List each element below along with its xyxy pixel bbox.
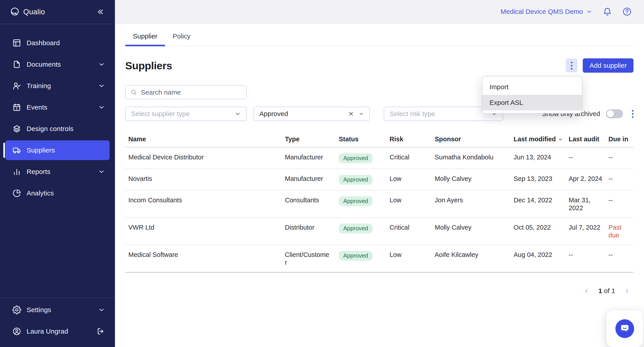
document-icon [12, 60, 21, 69]
tab-label: Supplier [133, 32, 158, 40]
content: Supplier Policy Suppliers Add supplier [115, 24, 644, 295]
tabs: Supplier Policy [125, 24, 634, 46]
table-options-button[interactable] [632, 110, 634, 118]
cell-sponsor: Jon Ayers [432, 190, 510, 218]
cell-sponsor: Sumatha Kondabolu [432, 147, 510, 169]
cell-name: VWR Ltd [125, 218, 282, 245]
sidebar-item-training[interactable]: Training [5, 76, 110, 96]
status-badge: Approved [339, 251, 372, 261]
column-header-type[interactable]: Type [282, 133, 336, 147]
cell-status: Approved [336, 245, 386, 272]
more-actions-button[interactable] [566, 58, 577, 72]
chevron-down-icon [98, 168, 105, 175]
sidebar-item-dashboard[interactable]: Dashboard [5, 33, 110, 53]
cell-last-modified: Aug 04, 2022 [510, 245, 566, 272]
menu-item-export-asl[interactable]: Export ASL [482, 95, 582, 110]
qualio-logo-icon [10, 7, 20, 17]
archived-toggle[interactable] [606, 109, 623, 118]
sidebar-nav: Dashboard Documents Training [0, 24, 115, 298]
current-page: 1 [598, 287, 602, 294]
cell-due-in: -- [605, 190, 634, 218]
pie-chart-icon [12, 189, 21, 198]
bar-chart-icon [12, 167, 21, 176]
cell-last-modified: Jun 13, 2024 [510, 147, 566, 169]
cell-last-audit: Apr 2, 2024 [566, 169, 605, 190]
cell-type: Client/Customer [282, 245, 336, 272]
menu-item-import[interactable]: Import [482, 79, 582, 95]
chevron-down-icon [98, 83, 105, 89]
table-row[interactable]: Incom Consultants Consultants Approved L… [125, 190, 634, 218]
dashboard-icon [12, 38, 21, 48]
page-title: Suppliers [125, 60, 172, 72]
column-header-sponsor[interactable]: Sponsor [432, 133, 510, 147]
status-badge: Approved [339, 196, 372, 206]
column-header-last-modified[interactable]: Last modified [510, 133, 566, 147]
sidebar-item-analytics[interactable]: Analytics [5, 183, 110, 203]
tab-supplier[interactable]: Supplier [125, 32, 165, 46]
sidebar-item-label: Training [26, 82, 51, 90]
workspace-switcher[interactable]: Medical Device QMS Demo [501, 8, 592, 16]
column-header-due-in[interactable]: Due in [605, 133, 634, 147]
sidebar-item-documents[interactable]: Documents [5, 54, 110, 74]
help-icon[interactable] [622, 7, 632, 16]
table-row[interactable]: Novartis Manufacturer Approved Low Molly… [125, 169, 634, 190]
tab-label: Policy [173, 32, 190, 40]
logout-icon[interactable] [96, 327, 105, 335]
chevron-down-icon [586, 8, 592, 15]
cell-last-modified: Sep 13, 2023 [510, 169, 566, 190]
chevron-down-icon [359, 111, 364, 116]
select-placeholder: Select risk type [390, 110, 435, 118]
search-input[interactable] [141, 88, 242, 96]
header-actions: Add supplier [566, 58, 634, 73]
toggle-knob [607, 110, 614, 118]
add-supplier-button[interactable]: Add supplier [583, 58, 634, 73]
sidebar-item-label: Analytics [26, 189, 54, 197]
sidebar-item-settings[interactable]: Settings [5, 300, 110, 320]
cell-type: Distributor [282, 218, 336, 245]
sidebar-item-events[interactable]: Events [5, 98, 110, 117]
column-header-status[interactable]: Status [336, 133, 386, 147]
cell-type: Consultants [282, 190, 336, 218]
table-row[interactable]: VWR Ltd Distributor Approved Critical Mo… [125, 218, 634, 245]
sidebar-item-reports[interactable]: Reports [5, 162, 110, 182]
tab-policy[interactable]: Policy [165, 32, 198, 46]
next-page-icon[interactable] [623, 287, 631, 295]
cell-last-audit: Mar 31, 2022 [566, 190, 605, 218]
status-select[interactable]: Approved [254, 107, 370, 121]
table-row[interactable]: Medical Software Client/Customer Approve… [125, 245, 634, 272]
sidebar-item-suppliers[interactable]: Suppliers [5, 140, 110, 160]
user-check-icon [12, 82, 21, 90]
sidebar-footer: Settings Laura Ungrad [0, 298, 115, 347]
cell-due-in-overdue: Past due [605, 218, 634, 245]
sidebar-item-design-controls[interactable]: Design controls [5, 119, 110, 138]
previous-page-icon[interactable] [582, 287, 591, 295]
main-area: Medical Device QMS Demo Supplier [115, 0, 644, 347]
column-header-name[interactable]: Name [125, 133, 282, 147]
chat-launcher-button[interactable] [616, 319, 634, 338]
cell-status: Approved [336, 169, 386, 190]
sidebar-item-label: Settings [26, 306, 51, 314]
cell-due-in: -- [605, 147, 634, 169]
collapse-sidebar-icon[interactable] [96, 8, 104, 16]
notifications-bell-icon[interactable] [603, 7, 612, 16]
clear-filter-x-icon[interactable] [348, 111, 354, 117]
cell-name: Medical Software [125, 245, 282, 272]
sidebar-item-label: Documents [26, 60, 61, 68]
kebab-icon [632, 110, 634, 118]
cell-last-modified: Dec 14, 2022 [510, 190, 566, 218]
column-header-risk[interactable]: Risk [386, 133, 432, 147]
cell-status: Approved [336, 190, 386, 218]
table-row[interactable]: Medical Device Distributor Manufacturer … [125, 147, 634, 169]
layers-icon [12, 124, 21, 133]
cell-type: Manufacturer [282, 147, 336, 169]
sidebar-item-label: Dashboard [26, 39, 60, 47]
column-header-last-audit[interactable]: Last audit [566, 133, 605, 147]
sidebar-item-user[interactable]: Laura Ungrad [5, 322, 110, 341]
sidebar-header: Qualio [0, 0, 115, 24]
cell-status: Approved [336, 218, 386, 245]
supplier-type-select[interactable]: Select supplier type [125, 107, 247, 121]
cell-due-in: -- [605, 169, 634, 190]
page-header: Suppliers Add supplier [125, 58, 634, 73]
chevron-down-icon [98, 104, 105, 110]
calendar-alert-icon [12, 103, 21, 112]
